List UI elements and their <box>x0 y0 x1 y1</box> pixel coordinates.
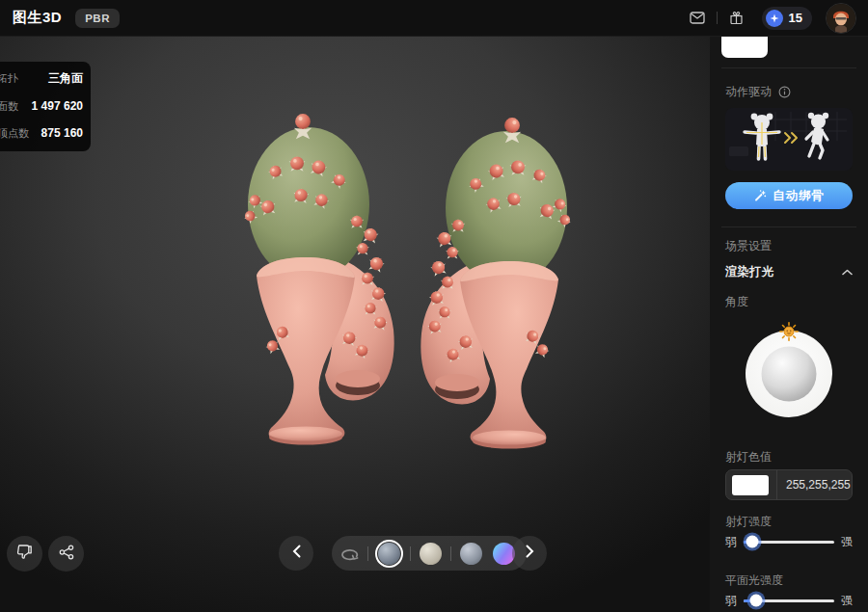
coin-sparkle-icon <box>766 10 783 27</box>
face-count-row: 面数 1 497 620 <box>0 99 83 114</box>
render-lighting-label: 渲染打光 <box>725 264 773 280</box>
view-mode-toolbar <box>332 536 527 571</box>
dislike-button[interactable] <box>7 536 42 572</box>
reference-image-thumbnail[interactable] <box>721 37 768 58</box>
spot-color-section-label: 射灯色值 <box>725 447 772 466</box>
topology-value: 三角面 <box>48 70 83 87</box>
magic-wand-icon <box>753 189 767 202</box>
shoe-model-render <box>0 37 710 612</box>
spot-color-input[interactable]: 255,255,255 <box>725 469 853 500</box>
flat-light-slider: 弱 强 <box>725 594 853 607</box>
chevron-right-icon <box>526 545 534 562</box>
textured-sphere-icon <box>378 543 400 565</box>
viewport-3d[interactable]: 拓扑 三角面 面数 1 497 620 顶点数 875 160 <box>0 37 710 612</box>
toolbar-divider <box>410 546 411 561</box>
metallic-sphere-icon <box>460 543 482 565</box>
slider-handle[interactable] <box>746 536 759 548</box>
sun-icon[interactable] <box>779 322 799 345</box>
app-window: 图生3D PBR 15 <box>0 0 868 612</box>
auto-rig-button[interactable]: 自动绑骨 <box>725 182 853 209</box>
page-title: 图生3D <box>13 9 62 27</box>
face-count-value: 1 497 620 <box>32 99 83 113</box>
slider-track[interactable] <box>744 541 834 544</box>
points-count: 15 <box>789 11 802 25</box>
avatar[interactable] <box>826 3 856 34</box>
rig-preview-art <box>725 108 853 171</box>
angle-sphere <box>762 347 817 402</box>
weak-label: 弱 <box>725 594 737 607</box>
model-info-panel: 拓扑 三角面 面数 1 497 620 顶点数 875 160 <box>0 62 91 151</box>
share-button[interactable] <box>48 536 84 572</box>
view-mode-clay[interactable] <box>418 541 444 567</box>
clay-sphere-icon <box>420 543 442 565</box>
points-balance[interactable]: 15 <box>762 7 812 30</box>
share-icon <box>59 545 74 564</box>
topology-label: 拓扑 <box>0 71 18 86</box>
info-icon[interactable] <box>777 86 791 99</box>
weak-label: 弱 <box>725 535 737 548</box>
chevron-left-icon <box>292 545 301 562</box>
auto-rig-label: 自动绑骨 <box>773 188 825 204</box>
mail-icon[interactable] <box>688 9 707 28</box>
settings-sidebar: 动作驱动 <box>710 37 868 612</box>
motion-drive-label: 动作驱动 <box>725 84 772 100</box>
toolbar-divider <box>450 546 451 561</box>
motion-drive-header: 动作驱动 <box>725 84 853 100</box>
vertex-count-row: 顶点数 875 160 <box>0 126 83 141</box>
strong-label: 强 <box>841 535 853 548</box>
light-angle-control[interactable] <box>746 331 832 417</box>
render-lighting-header[interactable]: 渲染打光 <box>725 264 853 280</box>
vertex-count-value: 875 160 <box>41 126 83 140</box>
toolbar-divider <box>367 546 368 561</box>
face-count-label: 面数 <box>0 99 18 114</box>
angle-section-label: 角度 <box>725 292 748 310</box>
next-model-button[interactable] <box>512 536 547 571</box>
slider-handle[interactable] <box>750 595 763 607</box>
gift-icon[interactable] <box>727 9 746 28</box>
strong-label: 强 <box>841 594 853 607</box>
reference-image-art <box>721 37 768 58</box>
color-swatch[interactable] <box>732 475 769 495</box>
spot-intensity-slider: 弱 强 <box>725 535 853 548</box>
spot-intensity-section-label: 射灯强度 <box>725 512 772 530</box>
thumbs-down-icon <box>16 544 33 564</box>
flat-light-section-label: 平面光强度 <box>725 571 783 589</box>
header-actions: 15 <box>688 3 856 34</box>
pbr-badge: PBR <box>75 9 120 28</box>
header-divider <box>717 12 718 24</box>
view-mode-metallic[interactable] <box>458 541 484 567</box>
sidebar-divider <box>721 67 856 68</box>
rotate-orbit-icon[interactable] <box>341 544 361 563</box>
rig-preview-thumbnail[interactable] <box>725 108 853 171</box>
chevron-up-icon <box>841 267 853 279</box>
scene-settings-header: 场景设置 <box>725 238 853 254</box>
sidebar-divider <box>721 226 856 227</box>
scene-settings-label: 场景设置 <box>725 238 772 254</box>
vertex-count-label: 顶点数 <box>0 126 29 141</box>
header-bar: 图生3D PBR 15 <box>0 0 868 37</box>
color-value: 255,255,255 <box>777 478 851 492</box>
slider-track[interactable] <box>744 599 834 602</box>
topology-row: 拓扑 三角面 <box>0 70 83 87</box>
prev-model-button[interactable] <box>279 536 313 571</box>
view-mode-textured[interactable] <box>375 540 403 568</box>
